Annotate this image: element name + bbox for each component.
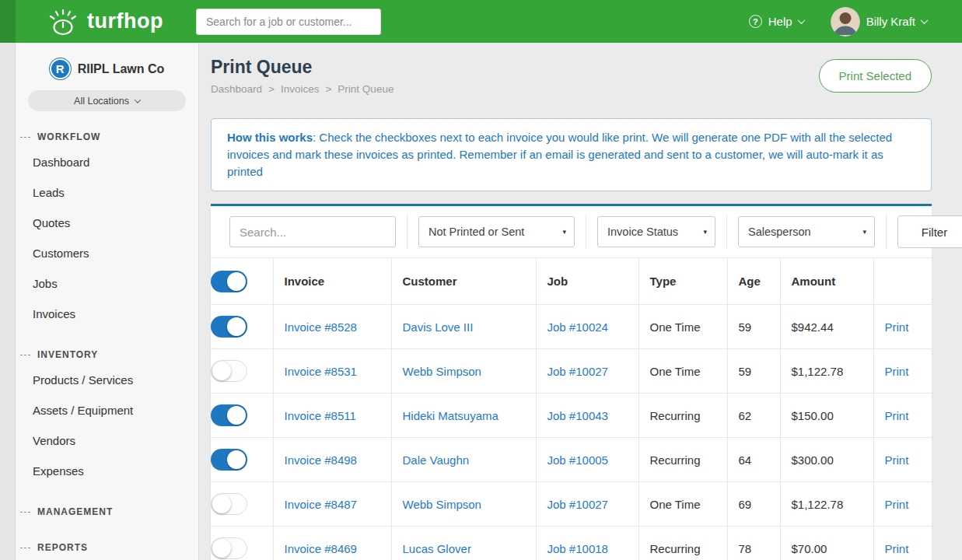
invoice-age: 78 xyxy=(727,527,780,560)
status-filter-group: Invoice Status ▾ xyxy=(586,215,727,249)
col-invoice: Invoice xyxy=(273,258,391,305)
sidebar-item-quotes[interactable]: Quotes xyxy=(16,208,198,238)
table-search-input[interactable] xyxy=(229,216,396,247)
customer-link[interactable]: Webb Simpson xyxy=(403,498,481,511)
invoice-type: One Time xyxy=(638,349,727,394)
sidebar-section-header: MANAGEMENT xyxy=(16,491,198,522)
filter-button[interactable]: Filter xyxy=(897,215,962,248)
sidebar-item-label: Jobs xyxy=(33,277,58,290)
sidebar-item-label: Products / Services xyxy=(33,373,133,387)
row-toggle[interactable] xyxy=(211,449,247,471)
job-link[interactable]: Job #10027 xyxy=(547,498,608,511)
toggle-knob xyxy=(227,450,246,469)
sidebar-item-jobs[interactable]: Jobs xyxy=(16,268,198,299)
print-link[interactable]: Print xyxy=(885,542,909,555)
user-name: Billy Kraft xyxy=(866,15,915,28)
chevron-down-icon xyxy=(135,96,141,103)
customer-link[interactable]: Webb Simpson xyxy=(403,365,481,378)
row-toggle[interactable] xyxy=(211,316,247,338)
help-menu[interactable]: ? Help xyxy=(749,15,804,28)
invoice-age: 64 xyxy=(727,438,780,482)
sidebar-item-label: Quotes xyxy=(33,216,70,229)
select-all-toggle[interactable] xyxy=(211,271,247,292)
sidebar-item-invoices[interactable]: Invoices xyxy=(16,299,198,329)
dash-icon xyxy=(20,355,30,355)
invoice-link[interactable]: Invoice #8528 xyxy=(285,320,357,334)
location-filter[interactable]: All Locations xyxy=(28,90,186,111)
brand[interactable]: turfhop xyxy=(47,6,163,37)
printed-filter-group: Not Printed or Sent ▾ xyxy=(408,215,586,249)
sidebar-section: WORKFLOW Dashboard Leads Quotes Customer… xyxy=(16,116,198,329)
page-title: Print Queue xyxy=(211,57,394,78)
col-age: Age xyxy=(727,258,780,305)
print-selected-button[interactable]: Print Selected xyxy=(819,59,932,93)
sidebar-section-label: INVENTORY xyxy=(37,349,98,360)
print-link[interactable]: Print xyxy=(885,320,909,334)
dash-icon xyxy=(20,137,30,138)
toggle-knob xyxy=(212,495,231,513)
invoice-link[interactable]: Invoice #8469 xyxy=(285,542,357,555)
customer-link[interactable]: Lucas Glover xyxy=(403,542,471,555)
job-link[interactable]: Job #10018 xyxy=(547,542,608,555)
row-toggle[interactable] xyxy=(211,404,247,426)
page-title-block: Print Queue Dashboard > Invoices > Print… xyxy=(211,57,394,95)
print-link[interactable]: Print xyxy=(885,453,909,467)
job-link[interactable]: Job #10024 xyxy=(547,320,608,334)
user-menu[interactable]: Billy Kraft xyxy=(831,7,927,37)
sidebar-section-header: INVENTORY xyxy=(16,334,198,365)
invoice-amount: $300.00 xyxy=(780,438,873,482)
invoice-status-value: Invoice Status xyxy=(607,226,678,238)
help-label: Help xyxy=(768,15,792,28)
invoice-link[interactable]: Invoice #8487 xyxy=(285,498,357,511)
row-toggle[interactable] xyxy=(211,360,247,382)
col-customer: Customer xyxy=(391,258,536,305)
breadcrumb-invoices[interactable]: Invoices xyxy=(281,83,320,95)
toggle-knob xyxy=(212,539,231,558)
salesperson-filter-group: Salesperson ▾ xyxy=(727,215,887,249)
select-arrow-icon: ▾ xyxy=(703,228,707,236)
print-queue-card: Not Printed or Sent ▾ Invoice Status ▾ S… xyxy=(211,204,932,560)
toggle-knob xyxy=(227,272,246,291)
company-selector[interactable]: R RIIPL Lawn Co xyxy=(16,58,198,79)
help-icon: ? xyxy=(749,15,762,28)
sidebar-item-assets-equipment[interactable]: Assets / Equipment xyxy=(16,395,198,425)
print-link[interactable]: Print xyxy=(885,409,909,422)
sidebar-item-expenses[interactable]: Expenses xyxy=(16,456,198,486)
job-link[interactable]: Job #10005 xyxy=(547,453,608,467)
print-link[interactable]: Print xyxy=(885,498,909,511)
sidebar-item-customers[interactable]: Customers xyxy=(16,238,198,268)
sidebar-item-vendors[interactable]: Vendors xyxy=(16,425,198,456)
breadcrumb-dashboard[interactable]: Dashboard xyxy=(211,83,262,95)
sidebar-item-products-services[interactable]: Products / Services xyxy=(16,365,198,395)
print-link[interactable]: Print xyxy=(885,365,909,378)
breadcrumb-current: Print Queue xyxy=(338,83,394,95)
salesperson-select[interactable]: Salesperson ▾ xyxy=(738,216,875,247)
customer-link[interactable]: Hideki Matsuyama xyxy=(403,409,498,422)
sidebar-section: MANAGEMENT xyxy=(16,491,198,522)
invoice-type: One Time xyxy=(638,482,727,527)
row-toggle[interactable] xyxy=(211,537,247,559)
invoice-link[interactable]: Invoice #8531 xyxy=(285,365,357,378)
filter-button-group: Filter xyxy=(887,215,962,249)
table-row: Invoice #8498 Dale Vaughn Job #10005 Rec… xyxy=(211,438,932,482)
sidebar-item-label: Assets / Equipment xyxy=(33,404,133,417)
invoice-amount: $150.00 xyxy=(780,394,873,438)
sidebar-item-dashboard[interactable]: Dashboard xyxy=(16,147,198,177)
breadcrumb-separator: > xyxy=(268,83,275,95)
global-search-input[interactable] xyxy=(196,9,381,35)
job-link[interactable]: Job #10043 xyxy=(547,409,608,422)
row-toggle[interactable] xyxy=(211,493,247,515)
page-header: Print Queue Dashboard > Invoices > Print… xyxy=(211,57,932,95)
invoice-link[interactable]: Invoice #8511 xyxy=(285,409,356,422)
invoice-link[interactable]: Invoice #8498 xyxy=(285,453,357,467)
printed-filter-select[interactable]: Not Printed or Sent ▾ xyxy=(418,216,575,247)
job-link[interactable]: Job #10027 xyxy=(547,365,608,378)
select-arrow-icon: ▾ xyxy=(862,228,866,236)
sidebar-section: INVENTORY Products / Services Assets / E… xyxy=(16,334,198,486)
sidebar-item-label: Invoices xyxy=(33,307,75,320)
customer-link[interactable]: Davis Love III xyxy=(403,320,474,334)
invoice-status-select[interactable]: Invoice Status ▾ xyxy=(597,216,715,247)
customer-link[interactable]: Dale Vaughn xyxy=(403,453,470,467)
toggle-knob xyxy=(227,317,246,336)
sidebar-item-leads[interactable]: Leads xyxy=(16,177,198,208)
